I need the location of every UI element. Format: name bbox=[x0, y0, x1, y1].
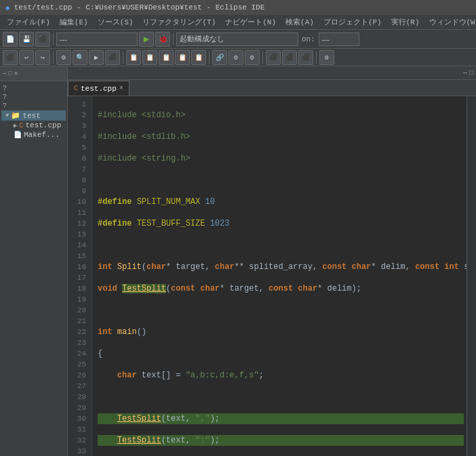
maximize-icon[interactable]: □ bbox=[8, 70, 12, 77]
makefile-label: Makef... bbox=[24, 131, 60, 139]
tb2-btn17[interactable]: ⬛ bbox=[282, 50, 297, 65]
ln-13: 13 bbox=[68, 229, 89, 240]
tree-arrow-file: ▶ bbox=[14, 122, 17, 129]
tb2-btn2[interactable]: ↩ bbox=[19, 50, 34, 65]
tb2-btn12[interactable]: 📋 bbox=[191, 50, 206, 65]
minimize-icon[interactable]: — bbox=[3, 70, 6, 77]
tb2-btn15[interactable]: ⚙ bbox=[245, 50, 260, 65]
ln-16: 16 bbox=[68, 262, 89, 272]
on-dropdown[interactable] bbox=[319, 33, 359, 46]
tb2-btn18[interactable]: ⬛ bbox=[298, 50, 313, 65]
tree-item-makefile[interactable]: 📄 Makef... bbox=[1, 130, 66, 140]
ln-5: 5 bbox=[68, 142, 89, 153]
menu-window[interactable]: ウィンドウ(W) bbox=[425, 16, 477, 28]
toolbar1: 📄 💾 ⬛ ▶ 🐞 on: bbox=[0, 30, 476, 49]
tb2-btn9[interactable]: 📋 bbox=[142, 50, 157, 65]
code-line-12: { bbox=[98, 348, 464, 359]
sep2 bbox=[173, 33, 174, 45]
menu-search[interactable]: 検索(A) bbox=[281, 16, 318, 28]
file-label: test.cpp bbox=[25, 121, 61, 129]
ln-17: 17 bbox=[68, 272, 89, 283]
tb2-btn16[interactable]: ⬛ bbox=[266, 50, 281, 65]
ln-23: 23 bbox=[68, 337, 89, 348]
run-dropdown[interactable] bbox=[56, 33, 138, 46]
stop-button[interactable]: ⬛ bbox=[35, 32, 50, 47]
new-button[interactable]: 📄 bbox=[3, 32, 18, 47]
editor-minimize-icon[interactable]: — bbox=[463, 69, 467, 77]
tb2-btn1[interactable]: ⬛ bbox=[3, 50, 18, 65]
tb2-btn13[interactable]: 🔗 bbox=[212, 50, 227, 65]
sep3 bbox=[53, 51, 54, 64]
tree-item-file[interactable]: ▶ C test.cpp bbox=[1, 121, 66, 130]
run-arrow[interactable]: ▶ bbox=[139, 32, 154, 47]
ln-22: 22 bbox=[68, 327, 89, 337]
editor-maximize-icon[interactable]: □ bbox=[469, 69, 473, 77]
menu-file[interactable]: ファイル(F) bbox=[3, 16, 54, 28]
menu-edit[interactable]: 編集(E) bbox=[56, 16, 92, 28]
code-line-13: char text[] = "a,b:c,d:e,f,s"; bbox=[98, 370, 464, 381]
code-line-11: int main() bbox=[98, 327, 464, 337]
ln-9: 9 bbox=[68, 186, 89, 196]
toolbar2: ⬛ ↩ ↪ ⚙ 🔍 ▶ ⬛ 📋 📋 📋 📋 📋 🔗 ⚙ ⚙ ⬛ ⬛ ⬛ ⚙ bbox=[0, 49, 476, 66]
tree-arrow-root: ▼ bbox=[5, 112, 9, 119]
tb2-btn10[interactable]: 📋 bbox=[159, 50, 174, 65]
code-line-8: int Split(char* target, char** splited_a… bbox=[98, 262, 464, 272]
menu-project[interactable]: プロジェクト(P) bbox=[319, 16, 386, 28]
left-panel: — □ ✕ ? ? ? ▼ 📁 test ▶ C tes bbox=[0, 66, 68, 456]
sep5 bbox=[209, 51, 210, 64]
ln-32: 32 bbox=[68, 435, 89, 446]
code-line-3: #include <string.h> bbox=[98, 153, 464, 164]
project-root-label: test bbox=[22, 112, 40, 120]
tab-file-icon: C bbox=[74, 85, 78, 92]
left-panel-header: — □ ✕ bbox=[0, 66, 67, 81]
tb2-btn3[interactable]: ↪ bbox=[35, 50, 50, 65]
makefile-icon: 📄 bbox=[14, 131, 22, 139]
code-editor: 1 2 3 4 5 6 7 8 9 10 11 12 13 14 15 16 1… bbox=[68, 96, 476, 456]
ln-27: 27 bbox=[68, 381, 89, 392]
help-icon3: ? bbox=[3, 102, 7, 110]
tab-close-button[interactable]: × bbox=[119, 85, 123, 92]
launch-config-dropdown[interactable] bbox=[176, 33, 298, 46]
ln-7: 7 bbox=[68, 164, 89, 175]
save-button[interactable]: 💾 bbox=[19, 32, 34, 47]
tb2-btn14[interactable]: ⚙ bbox=[229, 50, 243, 65]
tree-item-help3[interactable]: ? bbox=[1, 102, 66, 110]
menu-bar: ファイル(F) 編集(E) ソース(S) リファクタリング(T) ナビゲート(N… bbox=[0, 15, 476, 30]
code-line-1: #include <stdio.h> bbox=[98, 110, 464, 121]
ln-3: 3 bbox=[68, 121, 89, 131]
editor-area: — □ C test.cpp × 1 2 3 4 5 6 7 8 9 10 bbox=[68, 66, 476, 456]
tree-item-help2[interactable]: ? bbox=[1, 93, 66, 102]
tb2-btn11[interactable]: 📋 bbox=[175, 50, 190, 65]
ln-20: 20 bbox=[68, 305, 89, 316]
ln-14: 14 bbox=[68, 240, 89, 251]
code-line-5: #define SPLIT_NUM_MAX 10 bbox=[98, 196, 464, 207]
menu-navigate[interactable]: ナビゲート(N) bbox=[221, 16, 280, 28]
tb2-btn8[interactable]: 📋 bbox=[126, 50, 141, 65]
menu-refactor[interactable]: リファクタリング(T) bbox=[138, 16, 220, 28]
ln-6: 6 bbox=[68, 153, 89, 164]
tb2-btn19[interactable]: ⚙ bbox=[319, 50, 334, 65]
menu-run[interactable]: 実行(R) bbox=[387, 16, 424, 28]
tab-test-cpp[interactable]: C test.cpp × bbox=[68, 81, 130, 96]
ln-18: 18 bbox=[68, 283, 89, 294]
line-numbers: 1 2 3 4 5 6 7 8 9 10 11 12 13 14 15 16 1… bbox=[68, 96, 92, 456]
menu-source[interactable]: ソース(S) bbox=[94, 16, 138, 28]
ln-4: 4 bbox=[68, 131, 89, 142]
tree-item-help1[interactable]: ? bbox=[1, 84, 66, 93]
tb2-btn6[interactable]: ▶ bbox=[89, 50, 104, 65]
ln-26: 26 bbox=[68, 370, 89, 381]
editor-top-icons: — □ bbox=[68, 66, 476, 80]
tree-item-root[interactable]: ▼ 📁 test bbox=[1, 110, 66, 121]
close-panel-icon[interactable]: ✕ bbox=[14, 70, 18, 77]
ln-2: 2 bbox=[68, 110, 89, 121]
ln-8: 8 bbox=[68, 175, 89, 186]
code-line-9: void TestSplit(const char* target, const… bbox=[98, 283, 464, 294]
code-line-4 bbox=[98, 175, 464, 186]
code-content[interactable]: #include <stdio.h> #include <stdlib.h> #… bbox=[92, 96, 467, 456]
title-bar: ◆ test/test.cpp - C:¥Users¥USER¥Desktop¥… bbox=[0, 0, 476, 15]
tb2-btn7[interactable]: ⬛ bbox=[105, 50, 120, 65]
debug-button[interactable]: 🐞 bbox=[155, 32, 170, 47]
tb2-btn5[interactable]: 🔍 bbox=[73, 50, 87, 65]
project-tree: ? ? ? ▼ 📁 test ▶ C test.cpp 📄 Makef... bbox=[0, 81, 67, 142]
tb2-btn4[interactable]: ⚙ bbox=[56, 50, 71, 65]
